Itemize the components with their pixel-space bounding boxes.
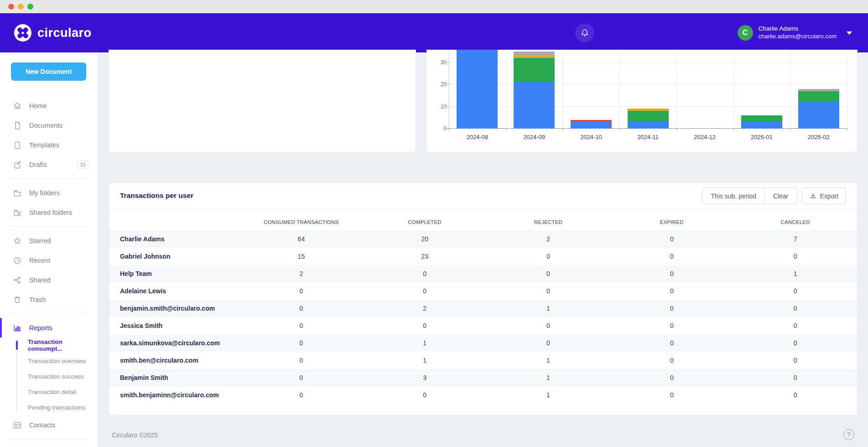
chart-bar-segment[interactable]	[741, 115, 782, 122]
sidebar-item-label: Home	[29, 102, 47, 109]
value-cell: 7	[733, 230, 857, 248]
column-header-rejected: REJECTED	[487, 216, 610, 230]
contacts-icon	[13, 421, 22, 430]
chart-bar-segment[interactable]	[628, 111, 669, 122]
chart-bar-segment[interactable]	[514, 58, 555, 82]
chart-bar-segment[interactable]	[741, 122, 782, 129]
chart-bar-segment[interactable]	[628, 109, 669, 111]
sidebar-subitem-transaction-consumpt[interactable]: Transaction consumpt...	[0, 338, 97, 353]
x-axis-label: 2025-01	[733, 134, 790, 140]
value-cell: 2	[239, 265, 363, 282]
footer-divider	[109, 427, 858, 427]
sidebar-divider	[9, 313, 88, 314]
this-sub-period-button[interactable]: This sub. period	[702, 188, 764, 204]
value-cell: 0	[733, 334, 857, 352]
user-menu[interactable]: C Charlie Adams charlie.adams@circularo.…	[738, 25, 852, 41]
table-row: smith.ben@circularo.com01100	[109, 352, 857, 369]
sidebar-item-contacts[interactable]: Contacts	[0, 415, 97, 435]
user-name-cell: Charlie Adams	[109, 230, 239, 248]
user-name-cell: smith.ben@circularo.com	[109, 352, 239, 369]
draft-icon	[13, 160, 22, 169]
column-header-completed: COMPLETED	[363, 216, 487, 230]
value-cell: 0	[733, 300, 857, 317]
folder-shared-icon	[13, 208, 22, 217]
avatar: C	[738, 25, 753, 41]
chart-bar-segment[interactable]	[571, 122, 612, 129]
x-axis-label: 2024-10	[562, 134, 619, 140]
scrolled-card-partial	[109, 50, 416, 152]
sidebar-item-documents[interactable]: Documents	[0, 115, 97, 135]
new-document-button[interactable]: New Document	[11, 62, 86, 81]
notifications-button[interactable]	[575, 23, 594, 42]
window-maximize-button[interactable]	[27, 4, 33, 10]
value-cell: 1	[487, 369, 610, 386]
chevron-down-icon	[847, 31, 852, 35]
sidebar-item-drafts[interactable]: Drafts10	[0, 155, 97, 174]
sidebar-item-shared[interactable]: Shared	[0, 270, 97, 290]
sidebar-subitem-transaction-detail[interactable]: Transaction detail	[0, 384, 97, 400]
y-axis-line	[449, 52, 449, 129]
sidebar-item-reports[interactable]: Reports	[0, 318, 97, 338]
sidebar-item-my-folders[interactable]: My folders	[0, 183, 97, 203]
sidebar-subitem-pending-transactions[interactable]: Pending transactions	[0, 400, 97, 415]
value-cell: 0	[610, 369, 733, 386]
sidebar-subitem-transaction-success[interactable]: Transaction success	[0, 369, 97, 384]
sidebar-item-starred[interactable]: Starred	[0, 231, 97, 250]
app-header: circularo C Charlie Adams charlie.adams@…	[0, 13, 868, 52]
chart-gridline	[676, 52, 677, 129]
chart-bar-segment[interactable]	[798, 102, 839, 129]
chart-bar-segment[interactable]	[798, 91, 839, 102]
chart-bar-segment[interactable]	[514, 52, 555, 56]
value-cell: 1	[487, 386, 610, 404]
value-cell: 0	[487, 265, 610, 282]
value-cell: 1	[363, 352, 487, 369]
sidebar-subitem-transaction-overview[interactable]: Transaction overview	[0, 353, 97, 369]
value-cell: 0	[239, 282, 363, 300]
sidebar-item-home[interactable]: Home	[0, 96, 97, 115]
table-row: Charlie Adams6420207	[109, 230, 857, 248]
chart-gridline	[449, 84, 847, 84]
value-cell: 0	[610, 317, 733, 334]
sidebar-item-recent[interactable]: Recent	[0, 250, 97, 270]
table-row: Help Team20001	[109, 265, 857, 282]
sidebar-item-templates[interactable]: Templates	[0, 135, 97, 155]
chart-bar-segment[interactable]	[457, 50, 498, 129]
value-cell: 0	[363, 386, 487, 404]
app-logo[interactable]: circularo	[14, 24, 92, 42]
chart-gridline	[449, 62, 847, 62]
window-minimize-button[interactable]	[18, 4, 24, 10]
export-button[interactable]: Export	[802, 187, 846, 204]
value-cell: 0	[733, 248, 857, 265]
table-row: Gabriel Johnson1523000	[109, 248, 857, 265]
sidebar-item-trash[interactable]: Trash	[0, 290, 97, 309]
value-cell: 1	[363, 334, 487, 352]
sidebar-item-shared-folders[interactable]: Shared folders	[0, 203, 97, 222]
value-cell: 3	[363, 369, 487, 386]
y-axis-label: 0	[428, 125, 447, 132]
sidebar-subitem-label: Pending transactions	[28, 404, 85, 411]
help-button[interactable]: ?	[843, 429, 854, 440]
window-titlebar	[0, 0, 868, 13]
sidebar-subitem-label: Transaction detail	[28, 389, 76, 395]
period-filter-group: This sub. period Clear	[702, 187, 797, 204]
chart-plot: 01020302024-082024-092024-102024-112024-…	[449, 52, 847, 129]
user-name-cell: Help Team	[109, 265, 239, 282]
chart-bar-segment[interactable]	[514, 56, 555, 58]
value-cell: 0	[610, 248, 733, 265]
table-row: sarka.simunkova@circularo.com01000	[109, 334, 857, 352]
sidebar: New Document HomeDocumentsTemplatesDraft…	[0, 52, 98, 447]
chart-bar-segment[interactable]	[798, 89, 839, 91]
chart-bar-segment[interactable]	[514, 82, 555, 129]
sidebar-item-label: Drafts	[29, 161, 47, 168]
copyright-text: Circularo ©2025	[112, 431, 158, 439]
value-cell: 15	[239, 248, 363, 265]
window-close-button[interactable]	[8, 4, 14, 10]
chart-bar-segment[interactable]	[628, 122, 669, 129]
clear-button[interactable]: Clear	[764, 188, 796, 204]
value-cell: 0	[610, 265, 733, 282]
user-name-cell: benjamin.smith@circularo.com	[109, 300, 239, 317]
sidebar-nav: HomeDocumentsTemplatesDrafts10My folders…	[0, 96, 97, 443]
user-name: Charlie Adams	[759, 25, 837, 33]
x-axis-tick	[847, 129, 847, 130]
chart-bar-segment[interactable]	[571, 120, 612, 122]
